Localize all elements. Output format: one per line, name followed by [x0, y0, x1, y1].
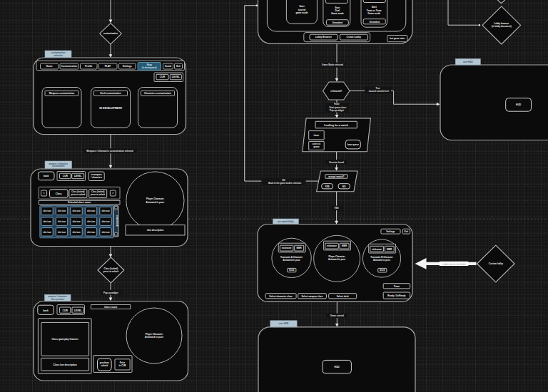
- svg-text:Start: Start: [299, 5, 304, 8]
- svg-text:Class name: Class name: [104, 306, 117, 309]
- svg-text:skin icon: skin icon: [58, 231, 66, 234]
- svg-text:Weapons customization: Weapons customization: [49, 92, 74, 95]
- svg-text:CUR: CUR: [63, 175, 68, 177]
- svg-text:YES: YES: [335, 207, 339, 210]
- svg-text:skin icon: skin icon: [87, 220, 96, 223]
- svg-text:Class lore description: Class lore description: [53, 363, 76, 366]
- svg-text:Game mode: Game mode: [331, 12, 344, 15]
- svg-text:LOBBY (MATCH) STARTED: LOBBY (MATCH) STARTED: [442, 263, 465, 265]
- svg-text:CUR: CUR: [63, 309, 68, 312]
- svg-text:customization: customization: [52, 165, 65, 167]
- svg-text:skin icon: skin icon: [87, 210, 96, 212]
- svg-text:YES: YES: [325, 185, 329, 188]
- svg-text:Animated in pose: Animated in pose: [373, 259, 390, 262]
- svg-text:MMR: MMR: [387, 248, 392, 251]
- svg-text:(in development): (in development): [142, 66, 157, 69]
- svg-text:Game Mode selected: Game Mode selected: [322, 63, 343, 66]
- svg-text:Unranked: Unranked: [333, 21, 342, 24]
- svg-text:Animated in pose: Animated in pose: [146, 201, 165, 204]
- svg-text:Pop-up widget: Pop-up widget: [103, 292, 118, 294]
- svg-text:skin icon: skin icon: [101, 231, 110, 234]
- svg-text:Animated in pose: Animated in pose: [283, 259, 300, 262]
- svg-text:MMR: MMR: [297, 247, 303, 249]
- svg-text:→ Back to the game modes selec: → Back to the game modes selection: [266, 182, 302, 185]
- svg-text:class purchase: class purchase: [51, 298, 64, 301]
- svg-text:nickname: nickname: [327, 244, 337, 247]
- svg-text:Deck: Deck: [289, 269, 294, 272]
- svg-text:Ready / UnReady: Ready / UnReady: [387, 294, 406, 297]
- svg-text:smooth slide: smooth slide: [116, 215, 118, 227]
- svg-text:Select character class: Select character class: [269, 295, 293, 298]
- svg-text:queue: queue: [313, 145, 320, 148]
- svg-text:Class gameplay features: Class gameplay features: [52, 338, 79, 341]
- svg-text:Deck: Deck: [380, 269, 385, 272]
- svg-text:HUD: HUD: [516, 103, 522, 106]
- svg-text:Settings: Settings: [123, 65, 132, 68]
- svg-text:skin description: skin description: [147, 229, 164, 232]
- svg-text:press to unlock: press to unlock: [103, 270, 119, 273]
- svg-text:LEVEL: LEVEL: [74, 175, 82, 177]
- svg-text:skin icon: skin icon: [43, 210, 51, 212]
- svg-text:Characters customization: Characters customization: [144, 92, 171, 95]
- svg-text:skin icon: skin icon: [72, 210, 81, 212]
- svg-text:in CUR: in CUR: [119, 364, 127, 367]
- svg-text:Exit: Exit: [176, 65, 181, 68]
- svg-text:Select weapon class: Select weapon class: [301, 295, 323, 298]
- svg-text:Animated in pose: Animated in pose: [328, 258, 345, 261]
- svg-text:Social: Social: [165, 65, 171, 68]
- svg-text:Class (locked): Class (locked): [91, 190, 104, 193]
- svg-text:Class (locked): Class (locked): [71, 190, 84, 193]
- svg-text:skin icon: skin icon: [72, 231, 81, 234]
- svg-text:last game stats: last game stats: [390, 37, 405, 40]
- svg-text:nickname: nickname: [282, 247, 292, 249]
- svg-text:Class: Class: [56, 192, 62, 195]
- svg-text:skin icon: skin icon: [87, 231, 96, 234]
- svg-text:selection: selection: [54, 54, 63, 57]
- svg-text:press to unlock: press to unlock: [91, 193, 105, 196]
- svg-text:skin icon: skin icon: [43, 220, 51, 223]
- svg-text:Session found: Session found: [329, 161, 344, 164]
- svg-text:unlock: unlock: [101, 364, 108, 367]
- svg-text:→Launch tutorial level: →Launch tutorial level: [367, 90, 389, 93]
- svg-text:Custom lobby: Custom lobby: [489, 262, 503, 265]
- svg-text:Selected class name: Selected class name: [68, 201, 91, 204]
- svg-text:Create Lobby: Create Lobby: [347, 36, 362, 38]
- svg-text:skin icon: skin icon: [58, 220, 66, 223]
- svg-text:leave queue: leave queue: [347, 143, 359, 146]
- svg-text:(in lobby document): (in lobby document): [492, 25, 512, 28]
- svg-text:back: back: [44, 175, 49, 177]
- svg-text:LEVEL: LEVEL: [74, 309, 82, 312]
- svg-text:Settings: Settings: [386, 230, 395, 233]
- svg-text:/ characters: / characters: [91, 176, 102, 179]
- svg-text:Profile: Profile: [85, 65, 92, 68]
- svg-text:MMR: MMR: [342, 244, 347, 247]
- svg-text:Unranked: Unranked: [370, 21, 380, 24]
- svg-text:Home: Home: [46, 65, 52, 68]
- svg-text:Animated in pose: Animated in pose: [145, 336, 163, 339]
- svg-text:nickname: nickname: [372, 248, 382, 251]
- svg-text:IN DEVELOPMENT: IN DEVELOPMENT: [99, 107, 123, 110]
- svg-text:NO: NO: [342, 185, 346, 188]
- svg-text:user HUD: user HUD: [279, 322, 290, 325]
- svg-text:skin icon: skin icon: [101, 210, 110, 212]
- svg-text:Select deck: Select deck: [337, 295, 349, 298]
- svg-text:skin icon: skin icon: [72, 220, 81, 223]
- svg-text:Game mode: Game mode: [367, 12, 380, 15]
- svg-text:timer: timer: [314, 134, 320, 137]
- svg-text:Exit: Exit: [405, 230, 408, 233]
- svg-text:LEVEL: LEVEL: [172, 76, 180, 78]
- svg-text:Weapons / Characters customiza: Weapons / Characters customization selec…: [86, 150, 133, 153]
- svg-text:isTutorial?: isTutorial?: [330, 90, 342, 93]
- svg-text:<: <: [44, 192, 45, 195]
- svg-text:back: back: [43, 309, 49, 312]
- svg-text:CUR: CUR: [160, 76, 166, 78]
- svg-text:Timer: Timer: [394, 285, 400, 288]
- svg-text:weapons / characters: weapons / characters: [49, 163, 68, 165]
- svg-text:customization: customization: [103, 32, 118, 35]
- svg-text:Shop: Shop: [146, 63, 152, 66]
- svg-text:Game started: Game started: [330, 314, 344, 317]
- svg-text:skin icon: skin icon: [101, 220, 110, 223]
- svg-text:Pop-up widget: Pop-up widget: [330, 109, 344, 112]
- svg-text:▲: ▲: [116, 207, 117, 209]
- svg-text:skin icon: skin icon: [43, 231, 51, 234]
